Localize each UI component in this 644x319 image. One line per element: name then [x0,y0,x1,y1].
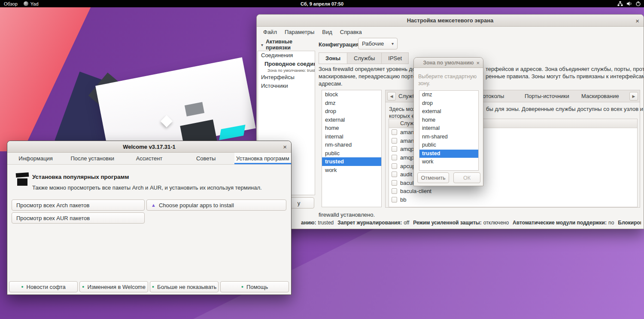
status-panic-mode: Режим усиленной защиты:отключено [413,220,509,226]
close-icon[interactable]: × [476,60,480,65]
zone-row[interactable]: dmz [322,99,381,107]
menu-item-view[interactable]: Вид [318,27,336,38]
service-label: bacula-client [400,188,431,194]
service-row[interactable]: bb [389,196,637,204]
tab-after-install[interactable]: После установки [64,153,121,164]
zone-option[interactable]: home [419,116,478,125]
sidebar-item-sources[interactable]: Источники [258,82,315,90]
checkbox[interactable] [392,146,397,152]
firewall-titlebar[interactable]: Настройка межсетевого экрана × [257,15,644,27]
zone-description-line2-right: ренные правила. Зоны могут быть привязан… [486,73,644,80]
status-automatic-helpers: Автоматические модули поддержки:no [513,220,614,226]
chevron-down-icon: ▾ [261,43,263,47]
zone-row[interactable]: drop [322,107,381,116]
tab-install-programs[interactable]: Установка программ [234,153,291,164]
zone-option[interactable]: external [419,107,478,116]
tab-ipset[interactable]: IPSet [381,52,409,64]
browse-aur-packages-button[interactable]: Просмотр всех AUR пакетов [12,212,145,224]
system-tray[interactable] [617,0,641,7]
zone-description-line1-right: терфейсов и адресов. Зона объединяет слу… [486,66,644,72]
zone-row[interactable]: external [322,116,381,124]
zone-option[interactable]: drop [419,99,478,108]
package-icon [16,172,29,187]
tab-zones[interactable]: Зоны [319,52,347,64]
cancel-button[interactable]: Отменить [417,172,449,183]
close-icon[interactable]: × [283,144,287,150]
top-bar: Обзор Yad Сб, 9 апреля 07:50 [0,0,644,7]
tab-zone-source-ports[interactable]: Порты-источники [525,90,569,102]
chevron-down-icon: ▾ [392,41,394,46]
configuration-dropdown[interactable]: Рабочие ▾ [358,38,398,49]
menu-item-file[interactable]: Файл [259,27,281,38]
power-icon[interactable] [635,1,641,6]
zone-row-selected[interactable]: trusted [322,157,381,166]
checkbox[interactable] [392,129,397,135]
zone-option-selected[interactable]: trusted [419,150,478,158]
zone-option[interactable]: internal [419,124,478,133]
zone-option[interactable]: public [419,141,478,150]
tab-assistant[interactable]: Ассистент [121,153,177,164]
tab-scroll-left-icon[interactable]: ◀ [387,92,396,101]
active-bindings-label: Активные привязки [266,39,315,51]
active-bindings-expander[interactable]: ▾ Активные привязки [258,39,315,51]
zone-row[interactable]: nm-shared [322,141,381,149]
checkbox[interactable] [392,180,397,186]
dialog-zones-list: dmz drop external home internal nm-share… [419,90,479,171]
status-lockdown: Блокировка:отключено [618,220,641,226]
zone-row[interactable]: work [322,166,381,175]
service-row[interactable]: bacula-client [389,187,637,196]
service-label: audit [400,171,412,178]
checkbox[interactable] [392,197,397,202]
dont-show-again-button[interactable]: ● Больше не показывать [150,281,219,292]
configuration-label: Конфигурация: [319,41,361,48]
status-default-zone: анию:trusted [301,220,334,226]
welcome-changes-button[interactable]: ● Изменения в Welcome [79,281,148,292]
tab-information[interactable]: Информация [7,153,64,164]
welcome-window: Welcome v3.17.31-1 × Информация После ус… [7,141,292,295]
zone-row[interactable]: block [322,90,381,99]
clock-button[interactable]: Сб, 9 апреля 07:50 [0,1,644,6]
menubar: Файл Параметры Вид Справка [257,27,644,38]
dialog-titlebar[interactable]: Зона по умолчанию × [414,58,483,68]
checkbox[interactable] [392,172,397,177]
volume-icon[interactable] [626,1,632,6]
popular-apps-icon: ▲ [151,202,156,208]
menu-item-help[interactable]: Справка [336,27,366,38]
welcome-tabs: Информация После установки Ассистент Сов… [7,153,291,165]
browse-arch-packages-button[interactable]: Просмотр всех Arch пакетов [12,199,145,211]
network-icon[interactable] [617,1,623,6]
software-news-button[interactable]: ● Новости софта [9,281,78,292]
sidebar-item-connections[interactable]: Соединения [258,51,315,60]
checkbox[interactable] [392,188,397,194]
checkbox[interactable] [392,163,397,169]
checkbox[interactable] [392,155,397,160]
menu-item-options[interactable]: Параметры [281,27,318,38]
zone-option[interactable]: nm-shared [419,133,478,141]
tab-scroll-right-icon[interactable]: ▶ [629,92,638,101]
ok-button[interactable]: ОК [453,172,480,183]
choose-popular-apps-button[interactable]: ▲ Choose popular apps to install [146,199,286,211]
zone-option[interactable]: dmz [419,91,478,99]
package-icon-lid [16,172,29,178]
desktop: Обзор Yad Сб, 9 апреля 07:50 Настройка м… [0,0,644,319]
help-button[interactable]: ● Помощь [220,281,289,292]
tab-tips[interactable]: Советы [178,153,234,164]
sidebar-item-wired-connection[interactable]: Проводное соединение [258,60,315,68]
tab-services[interactable]: Службы [347,52,381,64]
sidebar-item-interfaces[interactable]: Интерфейсы [258,73,315,82]
service-label: bb [400,196,406,203]
zone-row[interactable]: public [322,149,381,158]
close-icon[interactable]: × [635,17,639,24]
zone-row[interactable]: home [322,124,381,132]
zone-row[interactable]: internal [322,132,381,141]
default-zone-dialog: Зона по умолчанию × Выберите стандартную… [413,57,483,186]
tab-zone-masquerade[interactable]: Маскирование [581,90,619,102]
welcome-titlebar[interactable]: Welcome v3.17.31-1 × [7,141,291,153]
main-tabs: Зоны Службы IPSet [319,52,409,64]
checkbox[interactable] [392,138,397,144]
firewall-status-bar: анию:trusted Запрет журналирования:off Р… [301,220,641,226]
dialog-prompt: Выберите стандартную зону. [418,73,481,87]
firewall-window-title: Настройка межсетевого экрана [407,17,494,24]
zones-list: block dmz drop external home internal nm… [322,90,382,207]
zone-option[interactable]: work [419,158,478,166]
